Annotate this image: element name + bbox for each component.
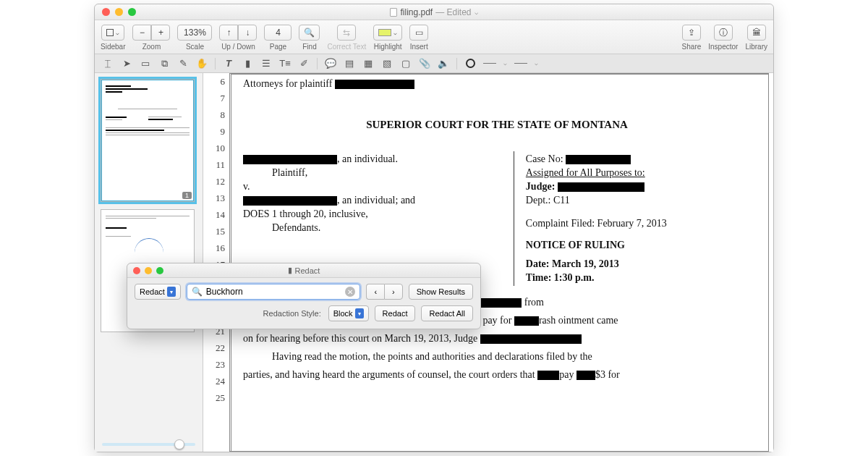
sidebar-toggle[interactable]: ⌵: [101, 25, 124, 41]
redaction-block: [566, 155, 631, 164]
chevron-down-icon: ▾: [167, 287, 176, 297]
link-tool[interactable]: ▢: [400, 58, 412, 69]
clear-icon[interactable]: ✕: [345, 287, 355, 297]
page-field[interactable]: 4: [264, 25, 292, 41]
chevron-down-icon[interactable]: ⌵: [503, 60, 507, 67]
updown-label: Up / Down: [221, 43, 255, 51]
thumb-page-num: 1: [182, 192, 192, 199]
redaction-block: [514, 316, 539, 326]
search-icon: 🔍: [192, 287, 203, 297]
inspector-button[interactable]: ⓘ: [714, 25, 733, 41]
library-button[interactable]: 🏛: [747, 25, 766, 41]
share-icon: ⇪: [688, 28, 695, 38]
chevron-down-icon: ▾: [355, 308, 364, 318]
share-button[interactable]: ⇪: [682, 25, 701, 41]
format-tool[interactable]: ☰: [260, 58, 272, 69]
attorneys-line: Attorneys for plaintiff: [243, 78, 332, 89]
hand-tool[interactable]: ✋: [196, 58, 208, 69]
next-result-button[interactable]: ›: [384, 284, 403, 300]
redact-button[interactable]: Redact: [375, 305, 416, 321]
redaction-block: [335, 80, 414, 89]
shape-tool[interactable]: [464, 58, 476, 69]
select-tool[interactable]: ▭: [140, 58, 151, 69]
insert-button[interactable]: ▭: [409, 25, 428, 41]
correct-label: Correct Text: [327, 43, 366, 51]
highlight-button[interactable]: ⌵: [373, 25, 402, 41]
search-icon: 🔍: [304, 28, 315, 38]
library-label: Library: [745, 43, 767, 51]
redact-search-input[interactable]: [206, 287, 342, 297]
thumbnail-size-slider[interactable]: [102, 443, 195, 446]
correct-text-button[interactable]: ⇆: [337, 25, 356, 41]
redaction-style-label: Redaction Style:: [263, 309, 321, 318]
redaction-block: [576, 371, 595, 380]
image-icon: ▭: [415, 28, 423, 38]
line-weight[interactable]: [514, 63, 527, 64]
find-label: Find: [302, 43, 316, 51]
stamp-tool[interactable]: ▦: [362, 58, 374, 69]
chevron-down-icon[interactable]: ⌵: [475, 9, 478, 16]
zoom-out-button[interactable]: −: [132, 25, 151, 41]
highlight-label: Highlight: [374, 43, 402, 51]
redaction-style-select[interactable]: Block ▾: [328, 305, 369, 321]
sidebar-label: Sidebar: [101, 43, 125, 51]
highlighter-tool[interactable]: ✐: [298, 58, 310, 69]
info-icon: ⓘ: [719, 27, 728, 39]
redaction-block: [558, 182, 644, 192]
page-up-button[interactable]: ↑: [219, 25, 238, 41]
redact-mode-select[interactable]: Redact ▾: [135, 284, 181, 300]
zoom-label: Zoom: [142, 43, 161, 51]
window-title: filing.pdf — Edited ⌵: [95, 7, 773, 17]
document-icon: [390, 8, 397, 17]
scale-label: Scale: [186, 43, 204, 51]
note-tool[interactable]: ▤: [344, 58, 355, 69]
spacing-tool[interactable]: T≡: [279, 58, 291, 69]
text-select-tool[interactable]: ⌶: [102, 58, 114, 69]
arrow-tool[interactable]: ➤: [121, 58, 132, 69]
page-down-button[interactable]: ↓: [238, 25, 257, 41]
court-heading: SUPERIOR COURT FOR THE STATE OF MONTANA: [243, 119, 751, 131]
page-label: Page: [270, 43, 286, 51]
attach-tool[interactable]: 📎: [419, 58, 430, 69]
toolbar: ⌵ Sidebar − + Zoom 133% Scale ↑ ↓ Up / D…: [95, 20, 773, 54]
redact-icon: ▮: [288, 266, 292, 275]
text-tool[interactable]: T: [223, 58, 234, 69]
chevron-down-icon[interactable]: ⌵: [535, 60, 538, 67]
scale-field[interactable]: 133%: [177, 25, 212, 41]
redact-all-button[interactable]: Redact All: [421, 305, 473, 321]
redact-title: Redact: [295, 266, 320, 275]
redaction-block: [243, 196, 337, 206]
edit-toolstrip: ⌶ ➤ ▭ ⧉ ✎ ✋ T ▮ ☰ T≡ ✐ 💬 ▤ ▦ ▧ ▢ 📎 🔈 ⌵ ⌵: [95, 54, 773, 73]
redaction-block: [537, 371, 559, 380]
redaction-block: [480, 334, 582, 344]
comment-tool[interactable]: 💬: [325, 58, 336, 69]
library-icon: 🏛: [752, 28, 761, 38]
crop-tool[interactable]: ⧉: [158, 58, 170, 69]
app-window: filing.pdf — Edited ⌵ ⌵ Sidebar − + Zoom…: [94, 4, 774, 452]
redaction-block: [243, 155, 337, 164]
show-results-button[interactable]: Show Results: [409, 284, 473, 300]
redact-search-field[interactable]: 🔍 ✕: [187, 284, 361, 300]
inspector-label: Inspector: [708, 43, 738, 51]
sound-tool[interactable]: 🔈: [438, 58, 449, 69]
redact-tool[interactable]: ▮: [242, 58, 253, 69]
highlight-swatch-icon: [378, 29, 391, 36]
filename: filing.pdf: [400, 7, 433, 17]
share-label: Share: [682, 43, 702, 51]
thumbnail-page-1[interactable]: 1: [101, 79, 195, 202]
titlebar: filing.pdf — Edited ⌵: [95, 4, 773, 20]
form-tool[interactable]: ▧: [381, 58, 393, 69]
zoom-in-button[interactable]: +: [151, 25, 170, 41]
pencil-tool[interactable]: ✎: [177, 58, 189, 69]
prev-result-button[interactable]: ‹: [366, 284, 384, 300]
redact-titlebar: ▮Redact: [127, 263, 480, 278]
redact-panel: ▮Redact Redact ▾ 🔍 ✕ ‹ › Show Results Re…: [127, 263, 481, 329]
insert-label: Insert: [410, 43, 428, 51]
edited-label: — Edited: [435, 7, 471, 17]
line-style[interactable]: [483, 63, 496, 64]
find-button[interactable]: 🔍: [299, 25, 320, 41]
